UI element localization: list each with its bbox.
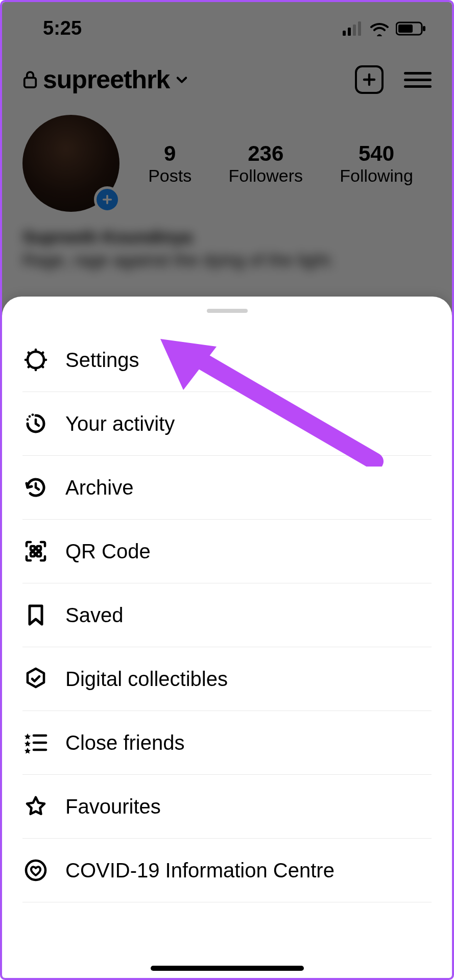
svg-point-27 bbox=[26, 861, 45, 880]
menu-label: Saved bbox=[65, 604, 123, 627]
bottom-sheet: Settings Your activity Archive QR Code bbox=[2, 297, 452, 978]
star-list-icon bbox=[22, 729, 49, 756]
svg-rect-22 bbox=[31, 552, 35, 556]
svg-rect-23 bbox=[37, 552, 41, 556]
svg-line-16 bbox=[41, 353, 43, 354]
svg-point-17 bbox=[27, 419, 29, 421]
qr-icon bbox=[22, 538, 49, 565]
menu-label: QR Code bbox=[65, 540, 151, 563]
home-indicator[interactable] bbox=[151, 966, 304, 971]
menu-item-qr-code[interactable]: QR Code bbox=[22, 520, 432, 583]
heart-circle-icon bbox=[22, 857, 49, 884]
bookmark-icon bbox=[22, 602, 49, 628]
menu-item-digital-collectibles[interactable]: Digital collectibles bbox=[22, 647, 432, 711]
sheet-grabber[interactable] bbox=[207, 309, 248, 313]
menu-item-close-friends[interactable]: Close friends bbox=[22, 711, 432, 775]
menu-label: Settings bbox=[65, 349, 139, 372]
svg-point-19 bbox=[32, 413, 34, 416]
menu-item-saved[interactable]: Saved bbox=[22, 583, 432, 647]
svg-point-18 bbox=[29, 415, 31, 418]
star-icon bbox=[22, 793, 49, 820]
svg-rect-21 bbox=[37, 546, 41, 550]
menu-item-covid-info[interactable]: COVID-19 Information Centre bbox=[22, 839, 432, 902]
svg-line-13 bbox=[29, 353, 30, 354]
svg-line-15 bbox=[29, 365, 30, 367]
gear-icon bbox=[22, 347, 49, 373]
menu-label: COVID-19 Information Centre bbox=[65, 859, 334, 882]
menu-label: Archive bbox=[65, 476, 133, 499]
menu-label: Close friends bbox=[65, 731, 184, 754]
activity-icon bbox=[22, 410, 49, 437]
menu-label: Favourites bbox=[65, 795, 161, 818]
svg-line-14 bbox=[41, 365, 43, 367]
menu-label: Your activity bbox=[65, 412, 175, 435]
menu-item-your-activity[interactable]: Your activity bbox=[22, 392, 432, 456]
menu-item-favourites[interactable]: Favourites bbox=[22, 775, 432, 839]
menu-item-settings[interactable]: Settings bbox=[22, 328, 432, 392]
menu-item-archive[interactable]: Archive bbox=[22, 456, 432, 520]
menu-label: Digital collectibles bbox=[65, 668, 228, 691]
hexagon-check-icon bbox=[22, 666, 49, 692]
svg-rect-20 bbox=[31, 546, 35, 550]
archive-icon bbox=[22, 474, 49, 501]
